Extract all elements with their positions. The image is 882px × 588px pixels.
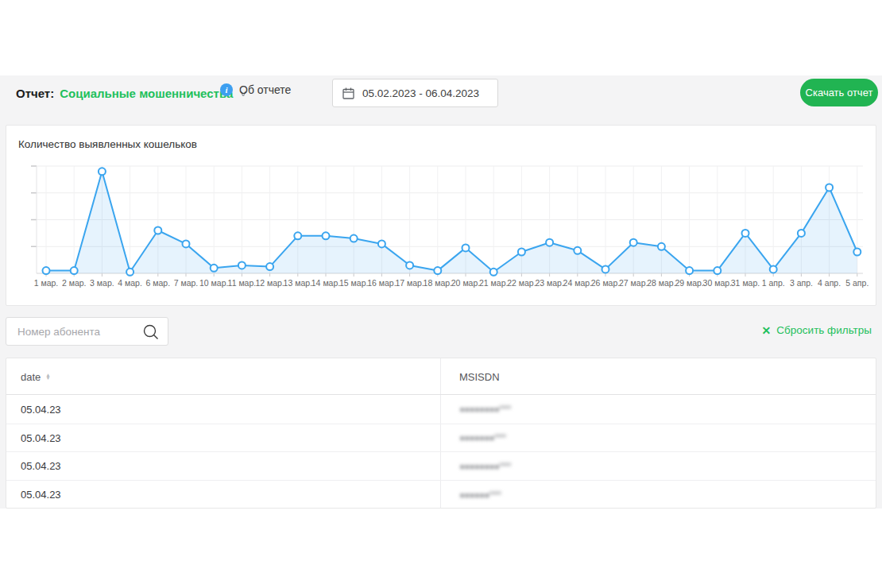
data-point[interactable] bbox=[714, 267, 721, 274]
data-point[interactable] bbox=[378, 240, 385, 247]
x-axis-label: 21 мар. bbox=[479, 278, 508, 288]
data-point[interactable] bbox=[490, 269, 497, 276]
report-select-value[interactable]: Социальные мошенничества bbox=[60, 87, 233, 100]
reset-filters-label: Сбросить фильтры bbox=[776, 324, 872, 336]
results-table: date ▲▼ MSISDN 05.04.23●●●●●●●●****05.04… bbox=[6, 358, 876, 509]
reset-filters-link[interactable]: ✕ Сбросить фильтры bbox=[762, 324, 872, 336]
close-icon: ✕ bbox=[762, 325, 772, 336]
cell-msisdn-masked: ●●●●●●●**** bbox=[459, 424, 505, 452]
data-point[interactable] bbox=[183, 240, 190, 247]
x-axis-label: 30 мар. bbox=[703, 278, 732, 288]
data-point[interactable] bbox=[434, 267, 441, 274]
cell-msisdn-masked: ●●●●●●**** bbox=[459, 481, 501, 509]
about-report[interactable]: i Об отчете bbox=[220, 83, 291, 96]
info-icon[interactable]: i bbox=[220, 83, 233, 96]
x-axis-label: 23 мар. bbox=[535, 278, 563, 288]
data-point[interactable] bbox=[686, 267, 693, 274]
data-point[interactable] bbox=[574, 247, 581, 254]
x-axis-label: 12 мар. bbox=[255, 278, 284, 288]
column-header-msisdn-label: MSISDN bbox=[459, 371, 500, 383]
data-point[interactable] bbox=[546, 239, 553, 246]
report-label: Отчет: bbox=[16, 87, 54, 100]
data-point[interactable] bbox=[126, 269, 133, 276]
data-point[interactable] bbox=[154, 227, 161, 234]
x-axis-label: 17 мар. bbox=[395, 278, 424, 288]
data-point[interactable] bbox=[238, 261, 246, 269]
date-range-value: 05.02.2023 - 06.04.2023 bbox=[362, 87, 479, 99]
x-axis-label: 10 мар. bbox=[199, 278, 228, 288]
table-header: date ▲▼ MSISDN bbox=[6, 358, 876, 395]
data-point[interactable] bbox=[770, 265, 777, 273]
x-axis-label: 15 мар. bbox=[339, 278, 368, 288]
cell-msisdn-masked: ●●●●●●●●**** bbox=[459, 396, 511, 424]
data-point[interactable] bbox=[462, 244, 470, 251]
table-row[interactable]: 05.04.23●●●●●●**** bbox=[6, 481, 876, 509]
data-point[interactable] bbox=[71, 267, 78, 274]
table-row[interactable]: 05.04.23●●●●●●●●**** bbox=[6, 396, 876, 424]
search-icon[interactable] bbox=[142, 323, 160, 341]
sort-icon[interactable]: ▲▼ bbox=[45, 373, 50, 380]
x-axis-label: 7 мар. bbox=[174, 278, 199, 288]
x-axis-label: 29 мар. bbox=[675, 278, 703, 288]
x-axis-label: 31 мар. bbox=[731, 278, 760, 288]
data-point[interactable] bbox=[350, 235, 358, 242]
data-point[interactable] bbox=[826, 184, 833, 191]
x-axis-label: 1 апр. bbox=[762, 278, 785, 288]
cell-date: 05.04.23 bbox=[21, 396, 61, 424]
table-row[interactable]: 05.04.23●●●●●●●●**** bbox=[6, 452, 876, 481]
x-axis-label: 6 мар. bbox=[146, 278, 171, 288]
x-axis-label: 26 мар. bbox=[591, 278, 620, 288]
x-axis-label: 2 мар. bbox=[62, 278, 87, 288]
data-point[interactable] bbox=[742, 230, 749, 237]
x-axis-label: 24 мар. bbox=[563, 278, 592, 288]
page: Отчет: Социальные мошенничества ∨ i Об о… bbox=[0, 0, 882, 588]
data-point[interactable] bbox=[323, 232, 330, 239]
download-report-button[interactable]: Скачать отчет bbox=[800, 79, 878, 106]
search-box bbox=[6, 317, 168, 346]
calendar-icon bbox=[342, 87, 354, 99]
chart-card: Количество выявленных кошельков 1 мар.2 … bbox=[6, 125, 876, 306]
x-axis-label: 13 мар. bbox=[284, 278, 312, 288]
column-header-msisdn: MSISDN bbox=[459, 358, 500, 395]
x-axis-label: 5 апр. bbox=[845, 278, 868, 288]
report-select[interactable]: Отчет: Социальные мошенничества ∨ bbox=[16, 83, 246, 103]
data-point[interactable] bbox=[266, 263, 273, 270]
x-axis-label: 14 мар. bbox=[311, 278, 340, 288]
data-point[interactable] bbox=[658, 243, 665, 250]
toolbar: Отчет: Социальные мошенничества ∨ i Об о… bbox=[0, 75, 882, 111]
table-row[interactable]: 05.04.23●●●●●●●**** bbox=[6, 424, 876, 453]
x-axis-label: 11 мар. bbox=[228, 278, 257, 288]
data-point[interactable] bbox=[630, 239, 637, 246]
data-point[interactable] bbox=[43, 267, 50, 274]
data-point[interactable] bbox=[99, 168, 106, 175]
data-point[interactable] bbox=[294, 232, 301, 239]
date-range-picker[interactable]: 05.02.2023 - 06.04.2023 bbox=[332, 79, 498, 107]
data-point[interactable] bbox=[211, 265, 218, 272]
cell-date: 05.04.23 bbox=[21, 481, 61, 509]
about-report-label[interactable]: Об отчете bbox=[239, 83, 291, 96]
x-axis-label: 28 мар. bbox=[647, 278, 675, 288]
x-axis-label: 16 мар. bbox=[367, 278, 396, 288]
cell-date: 05.04.23 bbox=[21, 424, 61, 452]
x-axis-label: 27 мар. bbox=[619, 278, 648, 288]
column-header-date-label: date bbox=[21, 371, 41, 383]
x-axis-label: 4 апр. bbox=[818, 278, 841, 288]
table-body: 05.04.23●●●●●●●●****05.04.23●●●●●●●****0… bbox=[6, 396, 876, 509]
column-header-date[interactable]: date ▲▼ bbox=[21, 358, 51, 395]
x-axis-label: 22 мар. bbox=[507, 278, 536, 288]
chart-title: Количество выявленных кошельков bbox=[18, 138, 197, 150]
x-axis-label: 20 мар. bbox=[451, 278, 480, 288]
cell-date: 05.04.23 bbox=[21, 452, 61, 480]
x-axis-label: 4 мар. bbox=[118, 278, 142, 288]
data-point[interactable] bbox=[518, 249, 525, 256]
cell-msisdn-masked: ●●●●●●●●**** bbox=[459, 452, 511, 480]
filter-row: ✕ Сбросить фильтры bbox=[0, 317, 882, 346]
data-point[interactable] bbox=[853, 249, 861, 256]
wallets-line-chart: 1 мар.2 мар.3 мар.4 мар.6 мар.7 мар.10 м… bbox=[6, 156, 877, 304]
x-axis-label: 18 мар. bbox=[424, 278, 452, 288]
x-axis-label: 3 апр. bbox=[790, 278, 813, 288]
data-point[interactable] bbox=[798, 230, 805, 237]
data-point[interactable] bbox=[602, 265, 609, 273]
x-axis-label: 1 мар. bbox=[34, 278, 59, 288]
data-point[interactable] bbox=[406, 261, 413, 269]
